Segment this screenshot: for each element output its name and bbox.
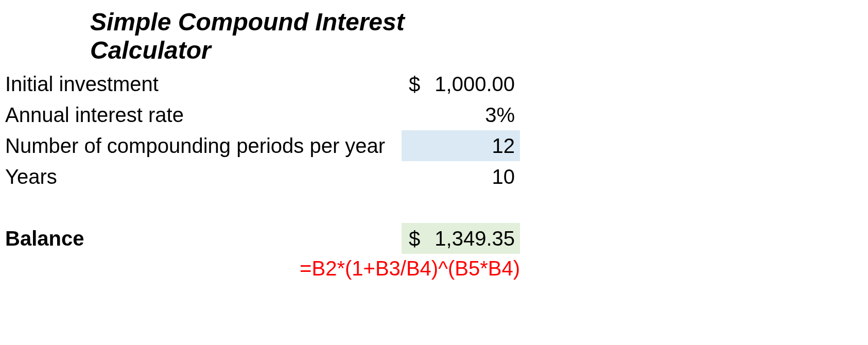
value-balance: $ 1,349.35 — [402, 223, 520, 254]
page-title: Simple Compound Interest Calculator — [5, 8, 520, 68]
calculator-container: Simple Compound Interest Calculator Init… — [5, 8, 520, 280]
label-years: Years — [5, 161, 402, 192]
value-initial-investment[interactable]: $ 1,000.00 — [402, 68, 520, 99]
row-years: Years 10 — [5, 161, 520, 192]
row-periods: Number of compounding periods per year 1… — [5, 130, 520, 161]
label-balance: Balance — [5, 223, 402, 254]
value-periods[interactable]: 12 — [402, 130, 520, 161]
value-annual-rate[interactable]: 3% — [402, 99, 520, 130]
formula-text: =B2*(1+B3/B4)^(B5*B4) — [300, 257, 520, 280]
row-initial-investment: Initial investment $ 1,000.00 — [5, 68, 520, 99]
label-initial-investment: Initial investment — [5, 68, 402, 99]
value-text: 1,349.35 — [435, 227, 515, 250]
blank-row — [5, 192, 520, 223]
value-text: 1,000.00 — [435, 73, 515, 96]
label-periods: Number of compounding periods per year — [5, 130, 402, 161]
row-annual-rate: Annual interest rate 3% — [5, 99, 520, 130]
label-annual-rate: Annual interest rate — [5, 99, 402, 130]
currency-symbol: $ — [409, 227, 420, 250]
row-balance: Balance $ 1,349.35 — [5, 223, 520, 254]
currency-symbol: $ — [409, 73, 420, 96]
formula-row: =B2*(1+B3/B4)^(B5*B4) — [5, 257, 520, 280]
value-years[interactable]: 10 — [402, 161, 520, 192]
